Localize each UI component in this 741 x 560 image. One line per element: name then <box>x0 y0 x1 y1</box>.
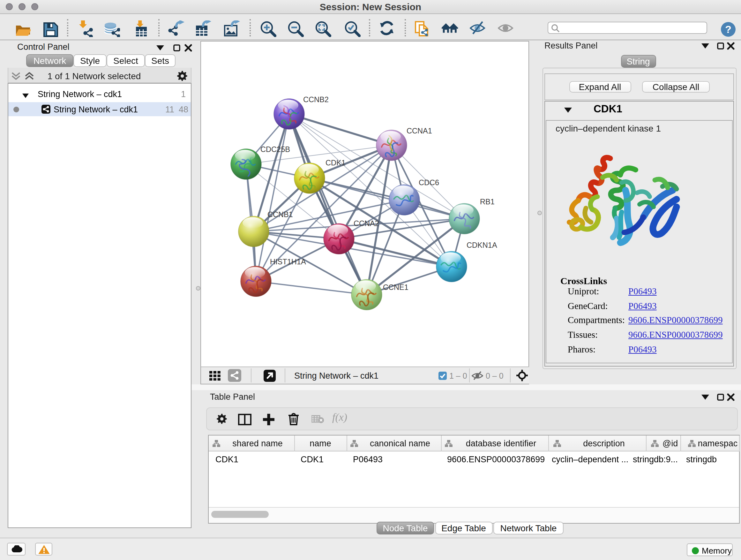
svg-text:CCNE1: CCNE1 <box>383 283 408 292</box>
svg-text:CCNB1: CCNB1 <box>267 210 293 219</box>
svg-text:CCNB2: CCNB2 <box>303 96 329 104</box>
svg-text:RB1: RB1 <box>480 198 495 206</box>
svg-text:CDKN1A: CDKN1A <box>467 241 497 249</box>
svg-text:?: ? <box>725 23 731 35</box>
svg-text:CCNA1: CCNA1 <box>407 127 432 135</box>
svg-text:HIST1H1A: HIST1H1A <box>270 258 306 266</box>
svg-text:CDC6: CDC6 <box>419 179 439 187</box>
svg-text:CDC25B: CDC25B <box>260 145 290 153</box>
svg-text:CCNA2: CCNA2 <box>354 219 379 228</box>
svg-text:CDK1: CDK1 <box>326 159 346 167</box>
